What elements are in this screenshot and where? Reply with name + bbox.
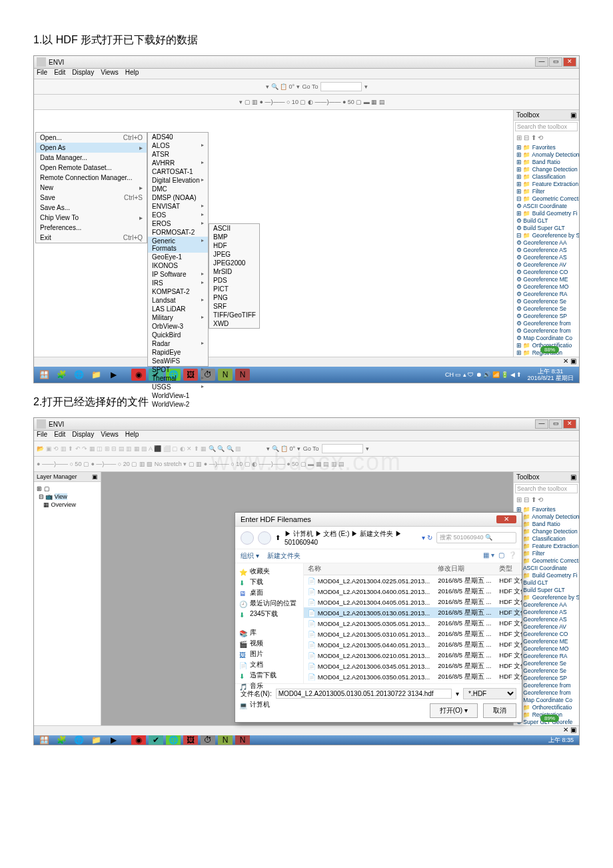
dialog-sidebar[interactable]: ⭐收藏夹⬇下载🖥桌面🕘最近访问的位置⬇2345下载📚库🎬视频🖼图片📄文档⬇迅雷下… (235, 563, 304, 683)
tree-node[interactable]: ⊞ 📁 Band Ratio (516, 521, 579, 528)
column-header[interactable]: 修改日期 (434, 563, 495, 575)
tb-icon-explorer[interactable]: 📁 (89, 369, 103, 381)
menu-edit[interactable]: Edit (54, 69, 65, 79)
toolbox-toggle-icon[interactable]: ▣ (570, 473, 576, 481)
dialog-search[interactable]: 搜索 501060940 🔍 (436, 532, 516, 543)
tree-node[interactable]: ⚙ Georeference CO (516, 269, 579, 276)
tree-node[interactable]: ⚙ Georeference AV (516, 623, 579, 631)
openas-item[interactable]: Landsat▸ (148, 296, 208, 305)
file-row[interactable]: 📄 MOD04_L2.A2013006.0210.051.2013...2016… (304, 650, 522, 661)
tree-node[interactable]: ⚙ Georeference CO (516, 631, 579, 638)
tree-node[interactable]: ⚙ Georeference MO (516, 283, 579, 291)
open-button[interactable]: 打开(O) ▾ (430, 703, 478, 718)
tree-node[interactable]: ⚙ Georeference AS (516, 609, 579, 616)
start-button[interactable]: 🪟 (37, 735, 51, 745)
menu-display[interactable]: Display (72, 69, 94, 79)
openas-item[interactable]: Thermal▸ (148, 374, 208, 383)
tb-app-6[interactable]: N (218, 735, 233, 745)
menu-file[interactable]: File (37, 69, 47, 79)
filename-input[interactable] (276, 689, 452, 699)
generic-format-item[interactable]: SRF (209, 302, 259, 311)
file-row[interactable]: 📄 MOD04_L2.A2013004.0405.051.2013...2016… (304, 597, 522, 607)
tree-node[interactable]: ⊞ 📁 Build Geometry Fi (516, 210, 579, 217)
tree-node[interactable]: ⚙ Build Super GLT (516, 225, 579, 232)
openas-item[interactable]: Generic Formats▸ (148, 237, 208, 253)
tree-node[interactable]: ⚙ Georeference SP (516, 675, 579, 682)
tree-node[interactable]: ⚙ Georeference AS (516, 254, 579, 261)
tree-node[interactable]: ⚙ Georeference SP (516, 313, 579, 320)
openas-item[interactable]: QuickBird (148, 331, 208, 339)
tree-node[interactable]: ⊟ 📁 Geometric Correctio (516, 195, 579, 203)
generic-format-item[interactable]: MrSID (209, 267, 259, 276)
tree-node[interactable]: ⊞ 📁 Filter (516, 550, 579, 557)
generic-format-item[interactable]: PDS (209, 276, 259, 285)
file-menu-item[interactable]: Data Manager... (36, 153, 147, 163)
menu-file[interactable]: File (37, 431, 47, 441)
tree-node[interactable]: ⊞ 📁 Band Ratio (516, 159, 579, 166)
sidebar-item[interactable]: 🎬视频 (239, 638, 299, 649)
generic-format-item[interactable]: PICT (209, 285, 259, 293)
new-folder-button[interactable]: 新建文件夹 (267, 551, 301, 561)
tree-node[interactable]: ⚙ Georeference from (516, 682, 579, 689)
nav-forward-button[interactable] (258, 531, 271, 545)
menu-edit[interactable]: Edit (54, 431, 65, 441)
tb-app-1[interactable]: ◉ (131, 735, 146, 745)
taskbar-clock[interactable]: 上午 8:312016/8/21 星期日 (524, 368, 576, 381)
openas-item[interactable]: LAS LiDAR (148, 305, 208, 313)
openas-item[interactable]: USGS▸ (148, 383, 208, 391)
openas-item[interactable]: OrbView-3 (148, 322, 208, 331)
cancel-button[interactable]: 取消 (483, 703, 516, 718)
tree-node[interactable]: ⊞ 📁 Orthorectificatio (516, 704, 579, 711)
generic-format-item[interactable]: XWD (209, 319, 259, 328)
openas-item[interactable]: IP Software▸ (148, 270, 208, 279)
toolbox-tree[interactable]: ⊞ 📁 Favorites⊞ 📁 Anomaly Detection⊞ 📁 Ba… (514, 505, 579, 725)
openas-item[interactable]: RapidEye (148, 348, 208, 357)
file-menu-item[interactable]: Open As▸ (36, 143, 147, 153)
tree-node[interactable]: ⊞ 📁 Classification (516, 535, 579, 543)
breadcrumb-path[interactable]: ▶ 计算机 ▶ 文档 (E:) ▶ 新建文件夹 ▶ 501060940 (285, 529, 418, 546)
toolbox-tree[interactable]: ⊞ 📁 Favorites⊞ 📁 Anomaly Detection⊞ 📁 Ba… (514, 143, 579, 357)
file-menu-item[interactable]: Preferences... (36, 223, 147, 233)
file-row[interactable]: 📄 MOD04_L2.A2013006.0345.051.2013...2016… (304, 661, 522, 671)
tree-node[interactable]: ⚙ Georeference from (516, 689, 579, 697)
taskbar-clock[interactable]: 上午 8:35 (546, 737, 576, 743)
tb-icon-1[interactable]: 🧩 (54, 735, 69, 745)
tb-app-7[interactable]: N (235, 735, 250, 745)
generic-format-item[interactable]: BMP (209, 233, 259, 241)
menu-help[interactable]: Help (125, 431, 139, 441)
tree-node[interactable]: ⊞ 📁 Change Detection (516, 166, 579, 173)
generic-format-item[interactable]: PNG (209, 293, 259, 302)
file-menu-item[interactable]: SaveCtrl+S (36, 193, 147, 203)
panel-toggle-icon[interactable]: ▣ (92, 473, 98, 480)
openas-item[interactable]: CARTOSAT-1 (148, 167, 208, 176)
generic-format-item[interactable]: ASCII (209, 224, 259, 233)
minimize-button[interactable]: — (535, 419, 548, 429)
sidebar-item[interactable] (239, 619, 299, 627)
column-header[interactable]: 名称 (304, 563, 434, 575)
nav-back-button[interactable] (241, 531, 254, 545)
file-row[interactable]: 📄 MOD04_L2.A2013006.0350.051.2013...2016… (304, 671, 522, 682)
nav-up-icon[interactable]: ⬆ (275, 534, 281, 541)
sidebar-item[interactable]: 🖥桌面 (239, 587, 299, 598)
file-row[interactable]: 📄 MOD04_L2.A2013007.0250.051.2013...2016… (304, 682, 522, 683)
file-menu-item[interactable]: Remote Connection Manager... (36, 173, 147, 183)
openas-item[interactable]: DMSP (NOAA) (148, 193, 208, 202)
maximize-button[interactable]: ▭ (549, 419, 562, 429)
generic-format-item[interactable]: JPEG2000 (209, 259, 259, 267)
tree-node[interactable]: ⚙ Map Coordinate Co (516, 335, 579, 342)
tb-app-3[interactable]: 🌐 (166, 735, 181, 745)
tree-node[interactable]: ⊞ 📁 Anomaly Detection (516, 151, 579, 159)
generic-format-item[interactable]: TIFF/GeoTIFF (209, 311, 259, 319)
tree-node[interactable]: ⚙ Georeference Se (516, 660, 579, 667)
tree-node[interactable]: ⚙ Georeference RA (516, 291, 579, 298)
openas-item[interactable]: KOMPSAT-2 (148, 287, 208, 296)
sidebar-item[interactable]: ⬇下载 (239, 577, 299, 587)
organize-menu[interactable]: 组织 ▾ (241, 551, 259, 561)
tree-node[interactable]: ⚙ Georeference from (516, 320, 579, 327)
tree-node[interactable]: ⚙ Georeference MO (516, 645, 579, 653)
openas-item[interactable]: ATSR (148, 150, 208, 159)
file-menu-item[interactable]: Save As... (36, 203, 147, 213)
tree-node[interactable]: ⊟ 📁 Georeference by S (516, 232, 579, 239)
close-button[interactable]: ✕ (563, 419, 576, 429)
tb-icon-explorer[interactable]: 📁 (89, 735, 103, 745)
